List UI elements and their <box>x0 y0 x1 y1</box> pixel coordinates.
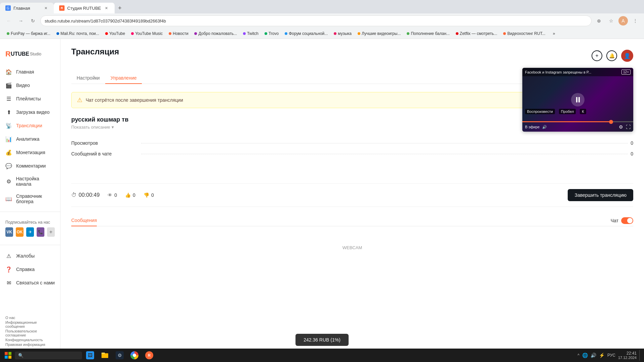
sidebar-item-comments[interactable]: 💬 Комментарии <box>0 159 60 173</box>
sidebar-item-video[interactable]: 🎬 Видео <box>0 79 60 92</box>
bookmark-news[interactable]: Новости <box>166 31 191 37</box>
sidebar-item-help[interactable]: ❓ Справка <box>0 263 60 276</box>
sidebar-item-playlists[interactable]: ☰ Плейлисты <box>0 92 60 105</box>
taskbar-browser-thumb[interactable]: 🖼 <box>83 350 97 361</box>
page-title: Трансляция <box>71 47 119 56</box>
add-stream-button[interactable]: + <box>592 50 602 61</box>
sidebar-item-complaints[interactable]: ⚠ Жалобы <box>0 249 60 263</box>
sidebar-item-streams[interactable]: 📡 Трансляции <box>0 119 60 132</box>
views-value: 0 <box>114 192 117 198</box>
footer-legal[interactable]: Правовая информация <box>5 343 55 347</box>
ok-icon[interactable]: OK <box>16 227 24 237</box>
sidebar-item-complaints-label: Жалобы <box>16 253 35 259</box>
show-desktop-button[interactable] <box>639 350 641 361</box>
taskbar-app4[interactable]: R <box>143 350 156 361</box>
sidebar-item-channel-settings[interactable]: ⚙ Настройка канала <box>0 173 60 190</box>
extensions-button[interactable]: ⊕ <box>594 16 604 26</box>
bookmark-popoln[interactable]: Пополнение балан... <box>404 31 452 37</box>
telegram-icon[interactable]: ✈ <box>26 227 34 237</box>
bookmark-muzika[interactable]: музыка <box>331 31 354 37</box>
bookmark-funpay[interactable]: FunPay — биржа иг... <box>4 31 53 37</box>
stat-messages-dots <box>141 154 628 154</box>
webcam-placeholder: WEBCAM <box>71 232 633 264</box>
bookmark-button[interactable]: ☆ <box>606 16 616 26</box>
bookmark-news-label: Новости <box>173 31 188 36</box>
tray-network[interactable]: 🌐 <box>582 353 588 358</box>
upload-icon: ⬆ <box>5 109 12 116</box>
sidebar-item-blog-help[interactable]: 📖 Справочник блогера <box>0 190 60 208</box>
pause-bar-left <box>576 97 577 102</box>
bookmark-popoln-label: Пополнение балан... <box>411 31 449 36</box>
bookmark-youtube-label: YouTube <box>109 31 125 36</box>
tab-1[interactable]: G Главная ✕ <box>0 3 54 13</box>
taskbar-steam[interactable]: ⚙ <box>113 350 126 361</box>
menu-button[interactable]: ⋮ <box>631 16 640 26</box>
stat-views-dots <box>141 143 628 143</box>
tray-battery[interactable]: ⚡ <box>599 353 605 358</box>
player-fullscreen-icon[interactable]: ⛶ <box>626 124 631 130</box>
comments-icon: 💬 <box>5 163 12 169</box>
tray-sound[interactable]: 🔊 <box>591 353 596 358</box>
bookmark-more[interactable]: » <box>550 31 558 37</box>
stream-description-toggle[interactable]: Показать описание ▾ <box>71 125 128 130</box>
address-bar[interactable]: studio.rutube.ru/stream/1d87c037902d7438… <box>40 15 592 26</box>
bookmark-youtube[interactable]: YouTube <box>103 31 128 37</box>
bookmark-ytmusic[interactable]: YouTube Music <box>128 31 165 37</box>
sidebar-item-home[interactable]: 🏠 Главная <box>0 65 60 79</box>
tab-2-close[interactable]: ✕ <box>104 5 109 11</box>
footer-about[interactable]: О нас <box>5 316 55 320</box>
pause-bar-right <box>578 97 580 102</box>
bookmark-mailru[interactable]: Mail.Ru: почта, пои... <box>54 31 102 37</box>
tab-management[interactable]: Управление <box>105 73 142 84</box>
bookmark-forum[interactable]: Форум социальной... <box>282 31 330 37</box>
footer-privacy[interactable]: Конфиденциальность <box>5 338 55 342</box>
tab-settings[interactable]: Настройки <box>71 73 105 84</box>
back-button[interactable]: ← <box>4 16 13 26</box>
tab-1-close[interactable]: ✕ <box>43 5 48 11</box>
player-progress-thumb <box>609 120 613 124</box>
footer-user-agreement[interactable]: Пользовательское соглашение <box>5 329 55 337</box>
taskbar-start-button[interactable] <box>3 350 13 361</box>
tray-expand[interactable]: ^ <box>577 353 579 358</box>
player-progress-track[interactable] <box>522 121 633 122</box>
bookmark-twitch[interactable]: Twitch <box>240 31 261 37</box>
end-stream-button[interactable]: Завершить трансляцию <box>568 189 633 201</box>
taskbar-explorer[interactable] <box>98 350 112 361</box>
footer-info-messages[interactable]: Информационные сообщения <box>5 320 55 328</box>
bookmark-trovo[interactable]: Trovo <box>262 31 281 37</box>
sidebar-item-upload[interactable]: ⬆ Загрузка видео <box>0 105 60 119</box>
new-tab-button[interactable]: + <box>115 3 125 13</box>
bookmark-luchshie[interactable]: Лучшие видеоигры... <box>355 31 403 37</box>
taskbar-chrome[interactable] <box>128 350 141 361</box>
app-container: R UTUBE Studio 🏠 Главная 🎬 Видео ☰ Плейл… <box>0 39 644 362</box>
tab-2[interactable]: R Студия RUTUBE ✕ <box>54 3 115 13</box>
bookmark-dobro[interactable]: Добро пожаловать... <box>192 31 239 37</box>
sidebar-divider-1 <box>0 212 60 212</box>
bookmark-zetflix[interactable]: Zetflix — смотреть... <box>453 31 500 37</box>
bookmark-videohost[interactable]: Видеохостинг RUT... <box>500 31 548 37</box>
stream-info-left: русский кошмар тв Показать описание ▾ <box>71 116 128 130</box>
pause-icon <box>576 97 580 102</box>
refresh-button[interactable]: ↻ <box>28 16 38 26</box>
vk-icon[interactable]: VK <box>5 227 13 237</box>
messages-tab[interactable]: Сообщения <box>71 215 97 226</box>
taskbar-search[interactable]: 🔍 <box>15 352 82 359</box>
profile-button[interactable]: A <box>618 16 628 26</box>
player-pause-area[interactable] <box>571 93 585 106</box>
player-settings-icon[interactable]: ⚙ <box>619 124 623 130</box>
warning-text: Чат сотрётся после завершения трансляции <box>86 97 183 103</box>
forward-button[interactable]: → <box>16 16 26 26</box>
pause-button[interactable] <box>571 93 585 106</box>
stream-player[interactable]: Facebook и Instagram запрещены в Р... 12… <box>522 68 633 132</box>
sidebar-item-monetization[interactable]: 💰 Монетизация <box>0 146 60 159</box>
likes-icon: 👍 <box>125 192 131 198</box>
add-social-icon[interactable]: + <box>47 227 55 237</box>
sidebar-item-analytics[interactable]: 📊 Аналитика <box>0 132 60 146</box>
sidebar-item-contact[interactable]: ✉ Связаться с нами <box>0 276 60 289</box>
player-volume-icon[interactable]: 🔊 <box>542 125 547 129</box>
notifications-button[interactable]: 🔔 <box>606 50 617 61</box>
viber-icon[interactable]: 📞 <box>37 227 44 237</box>
avatar-button[interactable]: 👤 <box>621 50 633 62</box>
chat-toggle[interactable] <box>621 217 633 224</box>
bookmark-luchshie-label: Лучшие видеоигры... <box>362 31 401 36</box>
